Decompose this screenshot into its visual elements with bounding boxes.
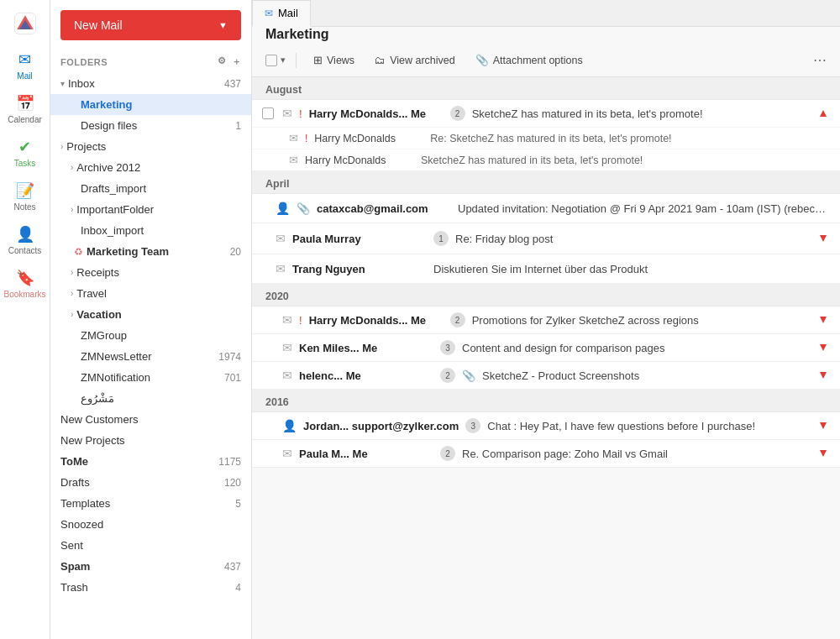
folder-item-inbox-import[interactable]: Inbox_import: [50, 220, 251, 241]
expand-arrow-2020-1: [820, 317, 827, 323]
email-row-2020-2[interactable]: ✉ Ken Miles... Me 3 Content and design f…: [252, 334, 840, 361]
folder-item-drafts-import[interactable]: Drafts_import: [50, 178, 251, 199]
nav-item-mail[interactable]: ✉ Mail: [0, 44, 50, 87]
nav-item-notes[interactable]: 📝 Notes: [0, 175, 50, 218]
mail-icon-aug1: ✉: [282, 107, 292, 120]
trash-count: 4: [235, 582, 241, 594]
contacts-icon: 👤: [16, 225, 34, 244]
folder-item-snoozed[interactable]: Snoozed: [50, 514, 251, 535]
email-row-aug1[interactable]: ✉ ! Harry McDonalds... Me 2 SketcheZ has…: [252, 100, 840, 127]
folder-receipts-label: Receipts: [76, 266, 241, 279]
jordan-icon: 👤: [282, 419, 297, 432]
folder-item-zmgroup[interactable]: ZMGroup: [50, 325, 251, 346]
email-thread-2016-2[interactable]: ✉ Paula M... Me 2 Re. Comparison page: Z…: [252, 440, 840, 468]
email-row-apr2[interactable]: ✉ Paula Murray 1 Re: Friday blog post: [252, 223, 840, 254]
nav-item-contacts[interactable]: 👤 Contacts: [0, 218, 50, 262]
folder-item-archive-2012[interactable]: › Archive 2012: [50, 157, 251, 178]
folder-item-zmnotification[interactable]: ZMNotification 701: [50, 367, 251, 388]
email-thread-2016-1[interactable]: 👤 Jordan... support@zylker.com 3 Chat : …: [252, 412, 840, 440]
folder-item-drafts[interactable]: Drafts 120: [50, 472, 251, 493]
folder-new-projects-label: New Projects: [60, 434, 241, 447]
new-mail-button[interactable]: New Mail ▼: [60, 10, 241, 40]
collapse-arrow-aug1: [820, 110, 827, 117]
select-all-checkbox[interactable]: [265, 55, 277, 66]
folder-item-important-folder[interactable]: › ImportantFolder: [50, 199, 251, 220]
email-thread-2020-1[interactable]: ✉ ! Harry McDonalds... Me 2 Promotions f…: [252, 306, 840, 334]
calendar-icon: 📅: [16, 94, 34, 113]
email-row-2016-2[interactable]: ✉ Paula M... Me 2 Re. Comparison page: Z…: [252, 440, 840, 467]
sender-apr1: cataxcab@gmail.com: [317, 202, 451, 215]
folder-tome-label: ToMe: [60, 455, 218, 468]
folder-trash-label: Trash: [60, 581, 235, 594]
marketing-team-icon: ♻: [74, 246, 83, 258]
marketing-team-count: 20: [230, 246, 241, 258]
mail-icon-2020-2: ✉: [282, 341, 292, 354]
view-archived-button[interactable]: 🗂 View archived: [368, 51, 462, 70]
nav-item-bookmarks[interactable]: 🔖 Bookmarks: [0, 262, 50, 306]
sender-2016-2: Paula M... Me: [299, 448, 433, 460]
folder-item-trash[interactable]: Trash 4: [50, 577, 251, 598]
templates-count: 5: [235, 498, 241, 510]
folder-zmnotification-label: ZMNotification: [81, 371, 224, 384]
vacation-chevron: ›: [71, 310, 73, 319]
view-archived-label: View archived: [390, 55, 455, 66]
email-sub-aug1-1[interactable]: ✉ ! Harry McDonalds Re: SketcheZ has mat…: [252, 127, 840, 149]
folder-item-vacation[interactable]: › Vacation: [50, 304, 251, 325]
email-thread-2020-3[interactable]: ✉ helenc... Me 2 📎 SketcheZ - Product Sc…: [252, 362, 840, 390]
expand-arrow-apr2: [820, 235, 827, 242]
paula-mail-icon: ✉: [276, 232, 286, 245]
email-row-apr1[interactable]: 👤 📎 cataxcab@gmail.com Updated invitatio…: [252, 194, 840, 223]
mail-icon-2020-1: ✉: [282, 313, 292, 327]
cataxcab-icon: 👤: [276, 202, 290, 215]
views-button[interactable]: ⊞ Views: [307, 50, 361, 70]
folders-actions[interactable]: ⚙ ＋: [218, 55, 241, 68]
more-options-button[interactable]: ⋯: [813, 52, 827, 68]
email-row-2016-1[interactable]: 👤 Jordan... support@zylker.com 3 Chat : …: [252, 412, 840, 439]
mail-icon: ✉: [18, 50, 31, 69]
attachment-options-button[interactable]: 📎 Attachment options: [469, 50, 590, 70]
folder-item-templates[interactable]: Templates 5: [50, 493, 251, 514]
folder-zmnewsletter-label: ZMNewsLetter: [81, 350, 218, 363]
email-thread-apr2[interactable]: ✉ Paula Murray 1 Re: Friday blog post: [252, 223, 840, 254]
folder-item-arabic[interactable]: مَشْرُوع: [50, 388, 251, 409]
sender-2016-1: Jordan... support@zylker.com: [303, 420, 459, 432]
sub-mail-icon-aug1-1: ✉: [289, 132, 298, 144]
attachment-options-label: Attachment options: [493, 55, 583, 66]
folder-item-marketing-team[interactable]: ♻ Marketing Team 20: [50, 241, 251, 262]
add-folder-icon[interactable]: ＋: [232, 55, 242, 68]
folder-item-new-projects[interactable]: New Projects: [50, 430, 251, 451]
nav-item-calendar[interactable]: 📅 Calendar: [0, 87, 50, 131]
folder-item-spam[interactable]: Spam 437: [50, 556, 251, 577]
email-sub-aug1-2[interactable]: ✉ Harry McDonalds SketcheZ has matured i…: [252, 149, 840, 170]
tome-count: 1175: [218, 456, 241, 468]
email-row-apr3[interactable]: ✉ Trang Nguyen Diskutieren Sie im Intern…: [252, 254, 840, 284]
folder-item-sent[interactable]: Sent: [50, 535, 251, 556]
folder-item-design-files[interactable]: Design files 1: [50, 115, 251, 136]
nav-item-tasks[interactable]: ✔ Tasks: [0, 131, 50, 175]
folder-item-travel[interactable]: › Travel: [50, 283, 251, 304]
folder-item-zmnewsletter[interactable]: ZMNewsLetter 1974: [50, 346, 251, 367]
checkbox-dropdown[interactable]: ▾: [281, 55, 286, 65]
email-row-2020-1[interactable]: ✉ ! Harry McDonalds... Me 2 Promotions f…: [252, 306, 840, 333]
folder-item-new-customers[interactable]: New Customers: [50, 409, 251, 430]
mail-tab[interactable]: ✉ Mail: [252, 0, 311, 27]
folder-item-tome[interactable]: ToMe 1175: [50, 451, 251, 472]
email-row-2020-3[interactable]: ✉ helenc... Me 2 📎 SketcheZ - Product Sc…: [252, 362, 840, 389]
folder-inbox-label: Inbox: [68, 77, 224, 90]
folder-item-marketing[interactable]: Marketing: [50, 94, 251, 115]
mail-icon-2020-3: ✉: [282, 369, 292, 382]
folder-item-receipts[interactable]: › Receipts: [50, 262, 251, 283]
folder-important-label: ImportantFolder: [76, 203, 241, 216]
count-2016-2: 2: [440, 446, 455, 461]
tab-bar: ✉ Mail: [252, 0, 840, 27]
subject-aug1: SketcheZ has matured in its beta, let's …: [472, 107, 810, 120]
settings-icon[interactable]: ⚙: [218, 55, 227, 68]
email-thread-2020-2[interactable]: ✉ Ken Miles... Me 3 Content and design f…: [252, 334, 840, 362]
sub-subject-aug1-2: SketcheZ has matured in its beta, let's …: [421, 155, 827, 166]
email-thread-aug1[interactable]: ✉ ! Harry McDonalds... Me 2 SketcheZ has…: [252, 100, 840, 171]
nav-label-tasks: Tasks: [14, 159, 36, 168]
folder-item-inbox[interactable]: ▾ Inbox 437: [50, 73, 251, 94]
folder-item-projects[interactable]: › Projects: [50, 136, 251, 157]
folder-vacation-label: Vacation: [76, 308, 241, 321]
email-checkbox-aug1[interactable]: [262, 107, 276, 119]
